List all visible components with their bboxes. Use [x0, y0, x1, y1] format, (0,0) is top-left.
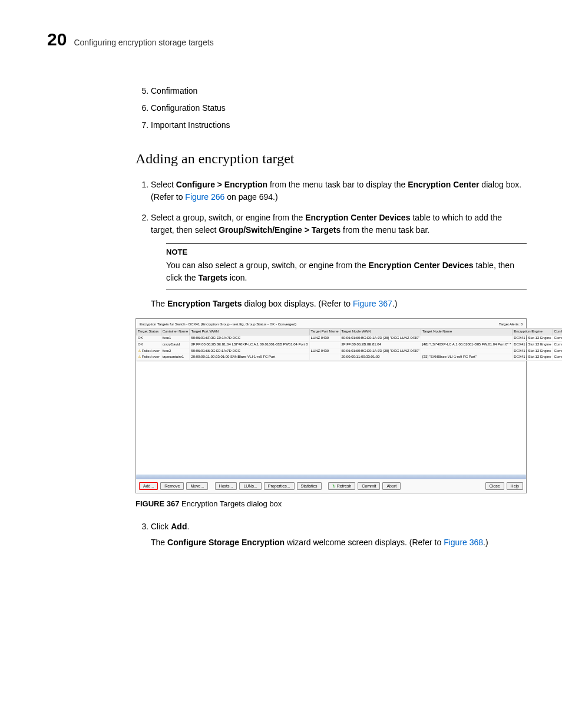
table-cell: OK — [137, 335, 161, 342]
col-header[interactable]: Configuration Status — [553, 329, 562, 335]
table-cell: 50:06:01:60:BC:E0:1A:7D [28] "DGC LUNZ 0… — [340, 335, 421, 342]
shot-header: Encryption Targets for Switch - DCX41 (E… — [136, 319, 526, 329]
table-cell: Failed-over — [137, 348, 161, 354]
help-button[interactable]: Help — [507, 482, 523, 490]
col-header[interactable]: Target Node Name — [421, 329, 512, 335]
hosts-button[interactable]: Hosts... — [215, 482, 237, 490]
note-block: NOTE You can also select a group, switch… — [166, 243, 527, 289]
dialog-name: Encryption Targets — [167, 299, 242, 308]
text: The — [151, 299, 167, 308]
table-cell: DCX41 / Slot 12 Engine — [513, 335, 553, 342]
table-cell: fuse1 — [161, 335, 190, 342]
targets-table: Target Status Container Name Target Port… — [136, 328, 562, 361]
shot-title: Encryption Targets for Switch - DCX41 (E… — [140, 322, 296, 327]
col-header[interactable]: Encryption Engine — [513, 329, 553, 335]
remove-button[interactable]: Remove — [160, 482, 184, 490]
statistics-button[interactable]: Statistics — [297, 482, 322, 490]
table-cell: 50:06:01:6F:3C:E0:1A:7D DGC — [190, 335, 309, 342]
figure-link[interactable]: Figure 368 — [444, 538, 483, 547]
text: Click — [151, 522, 171, 531]
menu-path: Configure > Encryption — [176, 180, 267, 189]
table-cell — [309, 354, 340, 361]
table-cell: 2F:FF:00:06:2B:0E:81:04 — [340, 341, 421, 348]
page-header: 20 Configuring encryption storage target… — [47, 29, 527, 50]
chapter-number: 20 — [47, 29, 67, 50]
table-cell: 50:06:01:66:3C:E0:1A:7D DGC — [190, 348, 309, 354]
button-ref: Add — [171, 522, 187, 531]
table-cell: [33] "SANBlaze VLI-1-rc9 FC Port" — [421, 354, 512, 361]
text: dialog box displays. (Refer to — [242, 299, 353, 308]
content-body: Confirmation Configuration Status Import… — [135, 85, 527, 549]
add-button[interactable]: Add... — [139, 482, 158, 490]
chapter-title: Configuring encryption storage targets — [74, 38, 213, 47]
list-item: Important Instructions — [151, 119, 527, 131]
text: The — [151, 538, 167, 547]
text: wizard welcome screen displays. (Refer t… — [285, 538, 444, 547]
table-row[interactable]: OKfuse150:06:01:6F:3C:E0:1A:7D DGCLUNZ 0… — [137, 335, 563, 342]
ui-name: Targets — [198, 273, 227, 282]
col-header[interactable]: Target Port Name — [309, 329, 340, 335]
shot-alerts: Target Alerts: 0 — [499, 322, 523, 327]
intro-list: Confirmation Configuration Status Import… — [135, 85, 527, 131]
figure-link[interactable]: Figure 367 — [353, 299, 392, 308]
figure-caption-text: Encryption Targets dialog box — [179, 499, 282, 508]
table-row[interactable]: Failed-overtapecontainr120:00:00:11:00:3… — [137, 354, 563, 361]
col-header[interactable]: Target Port WWN — [190, 329, 309, 335]
text: .) — [483, 538, 488, 547]
table-cell: Failed-over — [137, 354, 161, 361]
table-row[interactable]: OKcrazyDavid2F:FF:00:06:2B:0E:81:04 LSI*… — [137, 341, 563, 348]
abort-button[interactable]: Abort — [382, 482, 401, 490]
section-heading: Adding an encryption target — [135, 148, 527, 169]
table-cell: 2F:FF:00:06:2B:0E:81:04 LSI*40XP-LC A.1 … — [190, 341, 309, 348]
horizontal-scrollbar[interactable] — [136, 475, 526, 479]
note-title: NOTE — [166, 246, 527, 258]
table-cell: LUNZ 0430 — [309, 335, 340, 342]
table-cell: 20:00:00:11:00:33:01:00 — [340, 354, 421, 361]
col-header[interactable]: Container Name — [161, 329, 190, 335]
text: on page 694.) — [224, 192, 277, 202]
table-cell: crazyDavid — [161, 341, 190, 348]
table-cell: Committed — [553, 354, 562, 361]
table-cell: OK — [137, 341, 161, 348]
properties-button[interactable]: Properties... — [264, 482, 295, 490]
table-cell: DCX41 / Slot 12 Engine — [513, 354, 553, 361]
table-cell: Committed — [553, 335, 562, 342]
step-2: Select a group, switch, or engine from t… — [151, 212, 527, 310]
col-header[interactable]: Target Status — [137, 329, 161, 335]
table-cell: DCX41 / Slot 12 Engine — [513, 341, 553, 348]
text: from the menu task bar to display the — [267, 180, 408, 189]
menu-path: Group/Switch/Engine > Targets — [219, 225, 340, 235]
table-cell: fuse2 — [161, 348, 190, 354]
col-header[interactable]: Target Node WWN — [340, 329, 421, 335]
table-cell — [421, 335, 512, 342]
ui-name: Encryption Center Devices — [368, 261, 473, 270]
table-cell: [48] "LSI*40XP-LC A.1 00.01001-03B FW.01… — [421, 341, 512, 348]
refresh-button[interactable]: Refresh — [328, 482, 355, 490]
luns-button[interactable]: LUNs... — [239, 482, 261, 490]
commit-button[interactable]: Commit — [358, 482, 380, 490]
table-row[interactable]: Failed-overfuse250:06:01:66:3C:E0:1A:7D … — [137, 348, 563, 354]
step-3: Click Add. The Configure Storage Encrypt… — [151, 521, 527, 549]
text: Select — [151, 180, 176, 189]
table-cell: 50:06:01:60:BC:E0:1A:7D [28] "DGC LUNZ 0… — [340, 348, 421, 354]
page: 20 Configuring encryption storage target… — [0, 0, 562, 592]
table-cell — [421, 348, 512, 354]
text: You can also select a group, switch, or … — [166, 261, 368, 270]
list-item: Configuration Status — [151, 102, 527, 114]
close-button[interactable]: Close — [485, 482, 504, 490]
procedure-list: Select Configure > Encryption from the m… — [135, 179, 527, 310]
table-cell: 20:00:00:11:00:33:01:00 SANBlaze VLI-1-r… — [190, 354, 309, 361]
move-button[interactable]: Move... — [186, 482, 208, 490]
figure-label: FIGURE 367 — [135, 499, 179, 508]
figure-link[interactable]: Figure 266 — [185, 192, 224, 202]
procedure-list-cont: Click Add. The Configure Storage Encrypt… — [135, 521, 527, 549]
figure-caption: FIGURE 367 Encryption Targets dialog box — [135, 498, 527, 510]
table-cell: LUNZ 0430 — [309, 348, 340, 354]
shot-empty-area — [136, 361, 526, 479]
text: Select a group, switch, or engine from t… — [151, 213, 305, 222]
text: .) — [392, 299, 398, 308]
wizard-name: Configure Storage Encryption — [167, 538, 285, 547]
dialog-name: Encryption Center — [408, 180, 479, 189]
paragraph: The Encryption Targets dialog box displa… — [151, 298, 527, 310]
table-cell — [309, 341, 340, 348]
